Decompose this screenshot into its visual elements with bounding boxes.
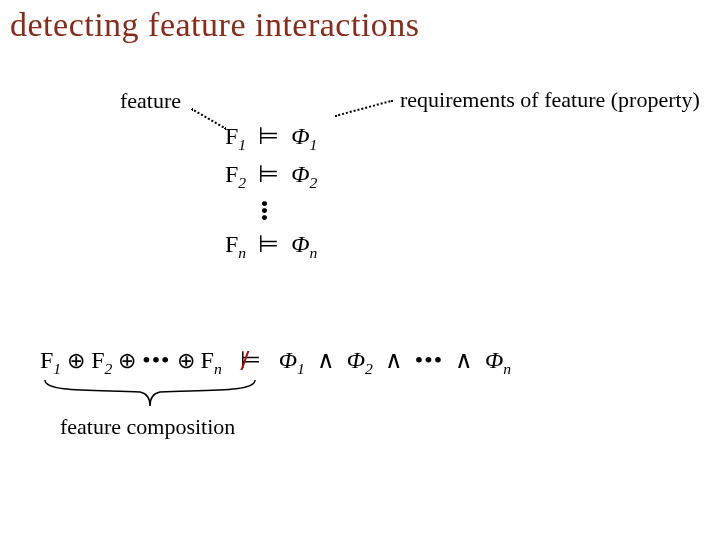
composition-label: feature composition [60,414,235,440]
phi-symbol-n: Φ [291,231,309,257]
vertical-dots: ••• [252,200,275,221]
sub-n: n [238,244,246,261]
phi-symbol-2: Φ [291,161,309,187]
F-symbol: F [225,123,238,149]
oplus-2: ⊕ [118,350,136,372]
phi2: Φ [347,347,365,373]
wedge-2: ∧ [385,347,403,373]
sub-2b: 2 [309,174,317,191]
phin-sub: n [503,360,511,377]
not-slash: / [241,343,249,377]
F1: F [40,347,53,373]
sub-1b: 1 [309,136,317,153]
phi1-sub: 1 [297,360,305,377]
sat-row-n: Fn ⊨ Φn [225,230,317,262]
phin: Φ [485,347,503,373]
wedge-3: ∧ [455,347,473,373]
feature-label: feature [120,88,181,114]
Fn: F [201,347,214,373]
phi2-sub: 2 [365,360,373,377]
sub-nb: n [309,244,317,261]
slide: detecting feature interactions feature r… [0,0,720,540]
Fn-sub: n [214,360,222,377]
hdots-2: ••• [415,347,443,373]
not-models-symbol: ⊨ / [240,346,261,374]
F-symbol-2: F [225,161,238,187]
composition-line: F1 ⊕ F2 ⊕ ••• ⊕ Fn ⊨ / Φ1 ∧ Φ2 ∧ ••• ∧ Φ… [40,346,511,378]
sub-1: 1 [238,136,246,153]
phi1: Φ [279,347,297,373]
models-symbol: ⊨ [258,123,279,149]
F-symbol-n: F [225,231,238,257]
oplus-3: ⊕ [177,350,195,372]
page-title: detecting feature interactions [10,6,420,44]
oplus-1: ⊕ [67,350,85,372]
dotted-line-requirements [335,99,393,116]
brace-icon [40,378,260,408]
wedge-1: ∧ [317,347,335,373]
sub-2: 2 [238,174,246,191]
F1-sub: 1 [53,360,61,377]
sat-row-2: F2 ⊨ Φ2 [225,160,317,192]
phi-symbol: Φ [291,123,309,149]
dotted-line-feature [191,108,227,130]
requirements-label: requirements of feature (property) [400,88,700,112]
F2-sub: 2 [105,360,113,377]
F2: F [91,347,104,373]
models-symbol-n: ⊨ [258,231,279,257]
hdots-1: ••• [142,347,170,373]
models-symbol-2: ⊨ [258,161,279,187]
sat-row-1: F1 ⊨ Φ1 [225,122,317,154]
